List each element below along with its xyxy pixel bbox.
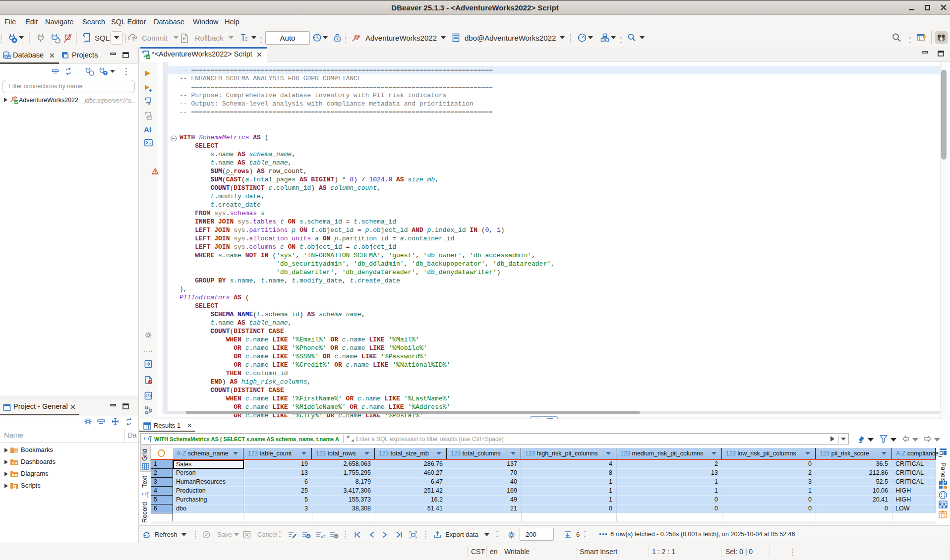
svg-text:x2: x2 [321, 534, 325, 539]
